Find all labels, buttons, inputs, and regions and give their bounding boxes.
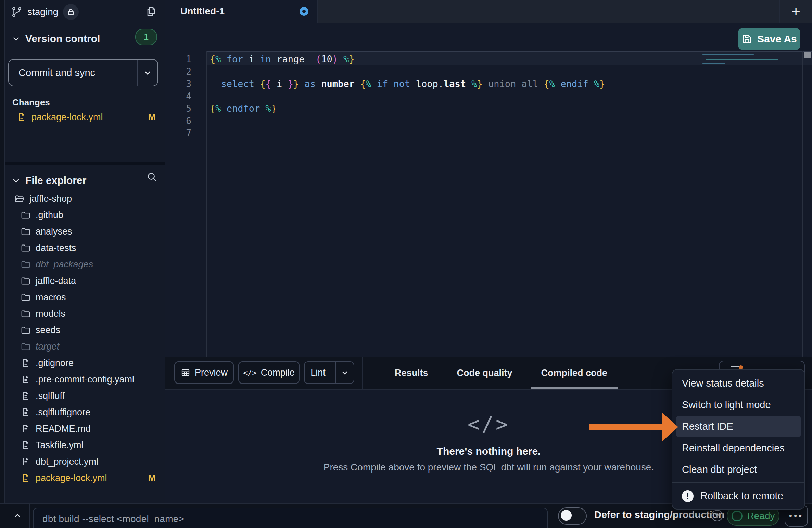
file-icon [21, 374, 31, 385]
lint-button[interactable]: Lint [304, 361, 354, 384]
save-as-button[interactable]: Save As [738, 28, 800, 50]
tree-item--sqlfluffignore[interactable]: .sqlfluffignore [5, 404, 165, 420]
editor-tab-bar: Untitled-1 + [165, 0, 812, 23]
chevron-down-icon [143, 68, 152, 77]
lint-options-dropdown[interactable] [335, 362, 354, 383]
chevron-up-icon[interactable] [12, 510, 23, 521]
commit-options-dropdown[interactable] [137, 60, 157, 86]
new-tab-button[interactable]: + [779, 0, 812, 23]
tree-item--gitignore[interactable]: .gitignore [5, 355, 165, 371]
command-input[interactable]: dbt build --select <model_name> [33, 508, 548, 528]
folder-icon [21, 210, 31, 220]
tree-item-dbt-packages[interactable]: dbt_packages [5, 256, 165, 273]
tree-item-analyses[interactable]: analyses [5, 223, 165, 240]
tree-item-data-tests[interactable]: data-tests [5, 240, 165, 256]
plus-icon: + [791, 4, 800, 19]
tree-item-models[interactable]: models [5, 305, 165, 322]
exclamation-icon: ! [682, 490, 694, 502]
lock-icon [66, 8, 75, 16]
file-icon [21, 456, 31, 467]
status-bar-divider [29, 504, 30, 528]
chevron-down-icon[interactable] [11, 175, 21, 186]
search-icon[interactable] [146, 171, 158, 183]
tree-item-jaffle-data[interactable]: jaffle-data [5, 273, 165, 289]
scrollbar-thumb[interactable] [804, 52, 811, 58]
tree-item--github[interactable]: .github [5, 207, 165, 223]
line-number: 3 [165, 78, 206, 90]
file-explorer-title: File explorer [25, 175, 86, 186]
menu-divider [672, 482, 804, 483]
folder-icon [21, 292, 31, 302]
defer-label: Defer to staging/production [594, 509, 724, 520]
code-editor[interactable]: 1234567 {% for i in range (10) %} select… [165, 51, 812, 357]
annotation-arrow-head [662, 413, 678, 441]
tab-compiled-code[interactable]: Compiled code [531, 357, 618, 389]
tree-item-taskfile-yml[interactable]: Taskfile.yml [5, 437, 165, 453]
folder-icon [21, 259, 31, 269]
tree-item-jaffle-shop[interactable]: jaffle-shop [5, 190, 165, 207]
command-placeholder: dbt build --select <model_name> [42, 514, 184, 525]
menu-item-restart-ide[interactable]: Restart IDE [676, 416, 801, 437]
defer-toggle[interactable] [558, 507, 587, 525]
ide-options-menu: View status detailsSwitch to light modeR… [672, 369, 805, 510]
folder-icon [21, 341, 31, 352]
sidebar-header: staging [5, 0, 165, 23]
code-line-4 [207, 90, 812, 102]
tree-item-package-lock-yml[interactable]: package-lock.ymlM [5, 470, 165, 486]
file-icon [21, 473, 31, 483]
line-number: 7 [165, 127, 206, 139]
tree-item-macros[interactable]: macros [5, 289, 165, 305]
commit-and-sync-button[interactable]: Commit and sync [8, 59, 158, 86]
line-number: 4 [165, 90, 206, 102]
file-icon [16, 112, 27, 122]
file-icon [21, 407, 31, 417]
save-icon [741, 34, 752, 45]
menu-item-switch-to-light-mode[interactable]: Switch to light mode [676, 394, 801, 416]
annotation-arrow [589, 424, 663, 430]
folder-icon [21, 276, 31, 286]
branch-name: staging [27, 7, 58, 17]
tree-item--sqlfluff[interactable]: .sqlfluff [5, 388, 165, 404]
copy-branch-icon[interactable] [145, 5, 157, 18]
toggle-knob [561, 510, 572, 521]
tree-item-dbt-project-yml[interactable]: dbt_project.yml [5, 453, 165, 470]
line-number: 2 [165, 65, 206, 78]
line-number: 5 [165, 102, 206, 115]
chevron-down-icon[interactable] [11, 34, 21, 44]
line-number: 6 [165, 115, 206, 127]
editor-scrollbar[interactable] [802, 51, 812, 357]
tree-item-seeds[interactable]: seeds [5, 322, 165, 338]
tab-code-quality[interactable]: Code quality [447, 357, 523, 389]
left-edge-strip [0, 0, 5, 503]
changed-file-package-lock-yml[interactable]: package-lock.ymlM [5, 109, 165, 125]
menu-item-rollback-to-remote[interactable]: !Rollback to remote [676, 485, 801, 507]
minimap[interactable] [698, 52, 777, 83]
menu-item-clean-dbt-project[interactable]: Clean dbt project [676, 459, 801, 480]
tab-results[interactable]: Results [384, 357, 439, 389]
compile-button[interactable]: </> Compile [238, 361, 300, 384]
tab-untitled-1[interactable]: Untitled-1 [165, 0, 318, 23]
changes-count-badge: 1 [135, 29, 157, 45]
line-number: 1 [165, 53, 206, 65]
folder-icon [21, 325, 31, 335]
help-icon[interactable]: ? [711, 510, 723, 521]
file-icon [21, 424, 31, 434]
tree-item-target[interactable]: target [5, 338, 165, 355]
file-icon [21, 358, 31, 368]
editor-toolbar: Save As [165, 23, 812, 51]
branch-selector[interactable]: staging [11, 4, 79, 20]
preview-button[interactable]: Preview [174, 361, 234, 384]
code-icon: </> [243, 368, 257, 377]
modified-badge: M [148, 473, 156, 483]
git-branch-icon [11, 6, 23, 18]
menu-item-view-status-details[interactable]: View status details [676, 373, 801, 394]
dbt-ide-window: staging Version control 1 [0, 0, 812, 528]
tree-item--pre-commit-config-yaml[interactable]: .pre-commit-config.yaml [5, 371, 165, 388]
menu-item-reinstall-dependencies[interactable]: Reinstall dependencies [676, 437, 801, 459]
read-only-lock-badge [63, 4, 79, 20]
code-line-7 [207, 127, 812, 139]
tree-item-readme-md[interactable]: README.md [5, 420, 165, 437]
folder-icon [21, 243, 31, 253]
version-control-title: Version control [25, 33, 100, 45]
modified-badge: M [148, 112, 156, 123]
